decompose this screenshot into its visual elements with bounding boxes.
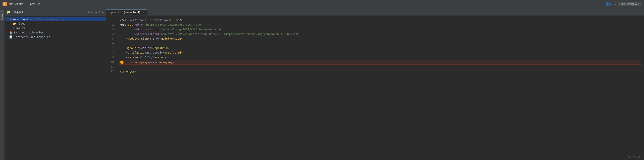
line-num-1: 1 — [106, 18, 116, 22]
code-line-4: xsi:schemaLocation="http://maven.apache.… — [120, 32, 644, 36]
code-line-3: xmlns:xsi="http://www.w3.org/2001/XMLSch… — [120, 27, 644, 32]
project-tab-vertical[interactable]: Project — [0, 10, 4, 21]
tree-path-ams-cloud: ~/code/my_code/ams-cloud — [29, 18, 66, 21]
tab-pom-xml[interactable]: m pom.xml (ams-cloud) ✕ — [106, 9, 148, 15]
tab-close-button[interactable]: ✕ — [142, 11, 145, 14]
line-num-11: 11 — [106, 64, 116, 69]
collapse-all-icon[interactable]: ⇤ — [91, 10, 93, 14]
line-num-9: 9 — [106, 55, 116, 60]
tree-arrow-scratches: ▸ — [6, 36, 8, 38]
add-tool-icon[interactable]: ⊕ — [88, 10, 90, 14]
code-line-10: ! <packaging>pom</packaging> — [120, 60, 642, 65]
minimize-panel-icon[interactable]: — — [102, 10, 104, 14]
code-line-12: </project> — [120, 69, 644, 74]
user-dropdown-icon[interactable]: 👤▾ — [606, 2, 612, 6]
titlebar-right: 👤▾ ✏ Add Configura... — [606, 2, 642, 6]
code-line-1: <?xml version="1.0" encoding="UTF-8" ?> — [120, 18, 644, 22]
project-panel-title-row: 📁 Project ▾ — [7, 10, 26, 14]
project-panel-tools: ⊕ ⇤ ⇥ ⚙ — — [88, 10, 104, 14]
line-num-2: 2 — [106, 22, 116, 27]
titlebar-project-title: ams-cloud › pom.xml — [8, 2, 42, 5]
app-logo: m — [2, 2, 7, 6]
code-line-5: <modelVersion>4.0.0</modelVersion> — [120, 36, 644, 41]
project-panel: 📁 Project ▾ ⊕ ⇤ ⇥ ⚙ — ▾ 🗂 ams-cloud ~/co… — [5, 8, 106, 160]
line-num-8: 8 — [106, 50, 116, 55]
tree-label-ext-libs: External Libraries — [14, 31, 44, 34]
code-line-9: <version>1.0.0</version> — [120, 55, 644, 60]
code-line-8: <artifactId>ams-cloud</artifactId> — [120, 50, 644, 55]
tree-arrow-idea: ▸ — [10, 22, 12, 25]
tree-label-idea: .idea — [17, 22, 26, 25]
editor-area: m pom.xml (ams-cloud) ✕ 1 2 3 4 5 6 7 8 … — [106, 8, 644, 160]
titlebar-left: m ams-cloud › pom.xml — [2, 2, 42, 6]
maven-file-icon: m — [13, 26, 14, 30]
expand-all-icon[interactable]: ⇥ — [95, 10, 97, 14]
project-panel-dropdown-icon[interactable]: ▾ — [25, 10, 26, 13]
watermark: CSDN @AI码师 — [626, 156, 642, 159]
tree-arrow-ams-cloud: ▾ — [6, 18, 8, 20]
line-num-12: 12 — [106, 69, 116, 74]
tree-label-scratches: Scratches and Consoles — [14, 35, 50, 38]
main-layout: Project 📁 Project ▾ ⊕ ⇤ ⇥ ⚙ — ▾ 🗂 ams-cl… — [0, 8, 644, 160]
tree-label-pom: pom.xml — [16, 26, 27, 30]
code-line-11 — [120, 65, 644, 69]
tree-item-pom[interactable]: m pom.xml — [5, 26, 106, 30]
tab-bar: m pom.xml (ams-cloud) ✕ — [106, 8, 644, 16]
code-line-7: <groupId>com.ams</groupId> — [120, 46, 644, 50]
settings-tool-icon[interactable]: ⚙ — [98, 10, 100, 14]
line-num-3: 3 — [106, 27, 116, 32]
project-tree: ▾ 🗂 ams-cloud ~/code/my_code/ams-cloud ▸… — [5, 16, 106, 160]
line-numbers: 1 2 3 4 5 6 7 8 9 10 11 12 — [106, 16, 116, 160]
add-configuration-button[interactable]: Add Configura... — [618, 2, 642, 6]
line-num-7: 7 — [106, 46, 116, 50]
line-num-5: 5 — [106, 36, 116, 41]
vcs-icon[interactable]: ✏ — [614, 2, 616, 6]
project-panel-title: Project — [12, 10, 23, 13]
project-folder-icon: 🗂 — [9, 17, 12, 21]
code-line-2: <project xmlns="http://maven.apache.org/… — [120, 22, 644, 27]
line-num-6: 6 — [106, 41, 116, 46]
idea-folder-icon: 📂 — [13, 22, 16, 25]
line-num-10: 10 — [106, 60, 116, 64]
tree-item-ams-cloud[interactable]: ▾ 🗂 ams-cloud ~/code/my_code/ams-cloud — [5, 17, 106, 21]
line-num-4: 4 — [106, 32, 116, 36]
tree-item-idea[interactable]: ▸ 📂 .idea — [5, 21, 106, 26]
folder-icon: 📁 — [7, 10, 10, 14]
code-area[interactable]: <?xml version="1.0" encoding="UTF-8" ?> … — [116, 16, 644, 160]
tree-item-scratches[interactable]: ▸ 📝 Scratches and Consoles — [5, 35, 106, 39]
tree-item-ext-libs[interactable]: ▸ 📚 External Libraries — [5, 30, 106, 35]
line-warning-icon: ! — [120, 60, 124, 64]
sidebar-strip: Project — [0, 8, 5, 160]
project-panel-header: 📁 Project ▾ ⊕ ⇤ ⇥ ⚙ — — [5, 8, 106, 16]
editor-content: 1 2 3 4 5 6 7 8 9 10 11 12 <?xml version… — [106, 16, 644, 160]
library-icon: 📚 — [9, 31, 13, 34]
scratch-icon: 📝 — [9, 35, 13, 38]
code-line-6 — [120, 41, 644, 46]
tree-label-ams-cloud: ams-cloud — [13, 17, 28, 21]
tab-label: pom.xml (ams-cloud) — [111, 11, 140, 14]
tree-arrow-ext-libs: ▸ — [6, 31, 8, 34]
tab-maven-icon: m — [108, 11, 110, 14]
title-bar: m ams-cloud › pom.xml 👤▾ ✏ Add Configura… — [0, 0, 644, 8]
